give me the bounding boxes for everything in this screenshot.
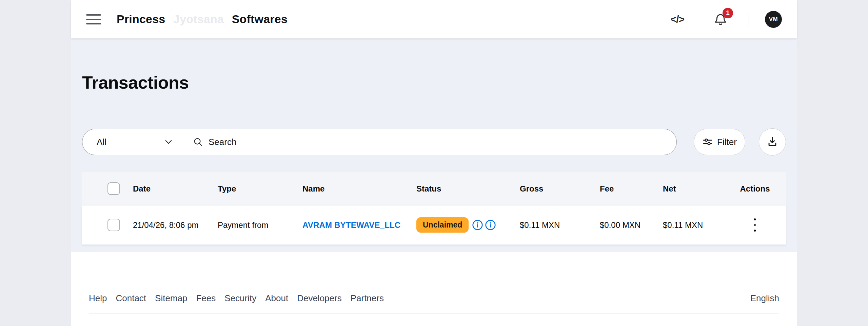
type-filter-value: All	[97, 137, 106, 147]
brand-part-1: Princess	[117, 13, 165, 25]
row-actions-menu-icon[interactable]	[751, 216, 760, 234]
info-icon[interactable]	[485, 219, 496, 231]
content-column: Princess Jyotsana Softwares </> 1 VM Tra…	[71, 0, 797, 326]
brand-part-2-faded: Jyotsana	[173, 13, 224, 25]
footer-link-fees[interactable]: Fees	[196, 293, 216, 304]
notification-count-badge: 1	[723, 8, 733, 18]
column-header-actions: Actions	[731, 184, 786, 194]
main-content: Transactions All Filter	[71, 38, 797, 252]
footer-divider	[89, 313, 779, 313]
select-all-checkbox[interactable]	[107, 182, 120, 195]
developer-code-icon[interactable]: </>	[671, 14, 684, 25]
row-name-link[interactable]: AVRAM BYTEWAVE_LLC	[302, 220, 400, 230]
filter-sliders-icon	[702, 137, 713, 147]
column-header-net: Net	[663, 184, 731, 194]
avatar[interactable]: VM	[765, 11, 782, 28]
row-status: Unclaimed	[416, 217, 520, 233]
row-net: $0.11 MXN	[663, 220, 731, 230]
footer-link-partners[interactable]: Partners	[351, 293, 384, 304]
status-badge: Unclaimed	[416, 217, 469, 233]
footer-links: Help Contact Sitemap Fees Security About…	[89, 293, 779, 304]
row-fee: $0.00 MXN	[600, 220, 663, 230]
column-header-status: Status	[416, 184, 520, 194]
table-header-row: Date Type Name Status Gross Fee Net Acti…	[82, 172, 786, 205]
column-header-fee: Fee	[600, 184, 663, 194]
search-field	[184, 129, 676, 155]
column-header-type: Type	[218, 184, 302, 194]
table-controls: All Filter	[82, 128, 786, 156]
brand-title: Princess Jyotsana Softwares	[117, 13, 288, 26]
page-title: Transactions	[82, 72, 786, 93]
topbar-actions: </> 1 VM	[671, 11, 782, 28]
row-gross: $0.11 MXN	[520, 220, 600, 230]
notifications-button[interactable]: 1	[713, 12, 728, 27]
language-selector[interactable]: English	[750, 293, 779, 304]
brand-part-3: Softwares	[232, 13, 288, 25]
column-header-date: Date	[133, 184, 218, 194]
filter-button[interactable]: Filter	[694, 129, 745, 155]
table-row: 21/04/26, 8:06 pm Payment from AVRAM BYT…	[82, 205, 786, 244]
chevron-down-icon	[163, 137, 174, 147]
footer-link-help[interactable]: Help	[89, 293, 107, 304]
row-date: 21/04/26, 8:06 pm	[133, 220, 218, 230]
info-icon[interactable]	[472, 219, 483, 231]
footer-link-about[interactable]: About	[265, 293, 288, 304]
footer-link-sitemap[interactable]: Sitemap	[155, 293, 187, 304]
footer-link-security[interactable]: Security	[224, 293, 256, 304]
footer-link-developers[interactable]: Developers	[297, 293, 342, 304]
search-icon	[193, 137, 203, 147]
search-input[interactable]	[209, 129, 676, 155]
footer-link-contact[interactable]: Contact	[116, 293, 146, 304]
column-header-gross: Gross	[520, 184, 600, 194]
download-icon	[767, 136, 778, 148]
search-combo: All	[82, 129, 677, 155]
download-button[interactable]	[759, 128, 786, 156]
row-checkbox[interactable]	[107, 219, 120, 231]
type-filter-dropdown[interactable]: All	[82, 129, 184, 155]
column-header-name: Name	[302, 184, 416, 194]
menu-icon[interactable]	[86, 14, 101, 24]
row-type: Payment from	[218, 220, 302, 230]
footer: Help Contact Sitemap Fees Security About…	[71, 252, 797, 326]
top-navigation-bar: Princess Jyotsana Softwares </> 1 VM	[71, 0, 797, 38]
filter-button-label: Filter	[717, 137, 737, 147]
header-divider	[749, 12, 749, 27]
